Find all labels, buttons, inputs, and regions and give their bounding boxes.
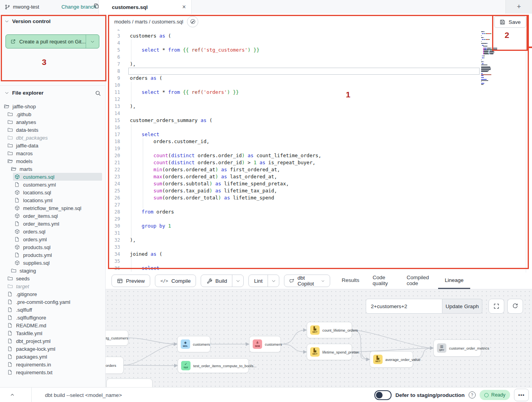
tree-item-metricflow-time-spine-sql[interactable]: metricflow_time_spine.sql bbox=[0, 204, 106, 212]
tree-item--github[interactable]: .github bbox=[0, 110, 106, 118]
lineage-node-lifetime-spend-pretax[interactable]: ▙METlifetime_spend_pretax bbox=[307, 344, 352, 360]
tree-item-analyses[interactable]: analyses bbox=[0, 118, 106, 126]
code-line-21[interactable]: 21 count(distinct orders.order_id) > 1 a… bbox=[106, 159, 481, 166]
code-line-33[interactable]: 33 bbox=[106, 244, 481, 251]
code-line-20[interactable]: 20 count(distinct orders.order_id) as co… bbox=[106, 152, 481, 159]
help-icon[interactable]: ? bbox=[469, 391, 476, 398]
code-line-31[interactable]: 31 bbox=[106, 230, 481, 237]
preview-button[interactable]: Preview bbox=[111, 275, 150, 287]
tree-item-staging[interactable]: staging bbox=[0, 267, 106, 275]
code-line-16[interactable]: 16 bbox=[106, 124, 481, 131]
tab-close-icon[interactable]: × bbox=[182, 4, 186, 10]
change-branch-link[interactable]: Change branch bbox=[61, 0, 96, 14]
lineage-node-partial[interactable] bbox=[106, 379, 153, 387]
tree-item-models[interactable]: models bbox=[0, 157, 106, 165]
dbt-copilot-button[interactable]: dbt Copilot bbox=[284, 275, 330, 287]
compile-button[interactable]: </> Compile bbox=[155, 275, 196, 287]
tree-item-orders-yml[interactable]: orders.yml bbox=[0, 235, 106, 243]
code-line-2[interactable]: 2 bbox=[106, 29, 481, 32]
build-button[interactable]: Build bbox=[201, 275, 244, 287]
code-line-12[interactable]: 12 bbox=[106, 96, 481, 103]
tab-compiled-code[interactable]: Compiled code bbox=[400, 273, 438, 289]
tree-item-jaffle-data[interactable]: jaffle-data bbox=[0, 142, 106, 149]
tree-item-supplies-sql[interactable]: supplies.sql bbox=[0, 259, 106, 267]
lint-button[interactable]: Lint bbox=[248, 275, 279, 287]
new-tab-button[interactable]: + bbox=[505, 0, 532, 14]
code-line-8[interactable]: 8 bbox=[106, 68, 481, 75]
create-pull-request-button[interactable]: Create a pull request on Git... bbox=[5, 34, 99, 48]
tree-item-customers-yml[interactable]: customers.yml bbox=[0, 181, 106, 188]
tree-item-taskfile-yml[interactable]: Taskfile.yml bbox=[0, 329, 106, 337]
code-line-14[interactable]: 14 bbox=[106, 110, 481, 117]
tree-item-packages-yml[interactable]: packages.yml bbox=[0, 353, 106, 361]
code-line-13[interactable]: 13), bbox=[106, 103, 481, 110]
minimap[interactable] bbox=[481, 30, 517, 85]
code-line-36[interactable]: 36 select bbox=[106, 265, 481, 272]
tree-item-jaffle-shop[interactable]: jaffle-shop bbox=[0, 102, 106, 110]
code-line-15[interactable]: 15customer_orders_summary as ( bbox=[106, 117, 481, 124]
pull-request-dropdown-caret[interactable] bbox=[86, 35, 99, 48]
code-line-3[interactable]: 3customers as ( bbox=[106, 32, 481, 39]
code-line-32[interactable]: 32), bbox=[106, 237, 481, 244]
tree-item-requirements-txt[interactable]: requirements.txt bbox=[0, 368, 106, 376]
code-line-7[interactable]: 7), bbox=[106, 61, 481, 68]
code-line-19[interactable]: 19 bbox=[106, 145, 481, 152]
code-line-9[interactable]: 9orders as ( bbox=[106, 75, 481, 82]
code-line-23[interactable]: 23 max(orders.ordered_at) as last_ordere… bbox=[106, 173, 481, 180]
tree-item-products-sql[interactable]: products.sql bbox=[0, 243, 106, 251]
update-graph-button[interactable]: Update Graph bbox=[442, 299, 482, 314]
editor-tab-customers-sql[interactable]: customers.sql × bbox=[99, 0, 192, 14]
code-line-5[interactable]: 5 select * from {{ ref('stg_customers') … bbox=[106, 47, 481, 54]
tree-item-readme-md[interactable]: README.md bbox=[0, 321, 106, 329]
tab-results[interactable]: Results bbox=[335, 273, 366, 289]
scrollbar-track[interactable] bbox=[526, 29, 526, 273]
tree-item-locations-yml[interactable]: locations.yml bbox=[0, 196, 106, 204]
more-options-button[interactable]: ••• bbox=[514, 389, 529, 401]
tree-item--sqlfluff[interactable]: .sqlfluff bbox=[0, 306, 106, 314]
code-line-35[interactable]: 35 bbox=[106, 258, 481, 265]
tree-item-orders-sql[interactable]: orders.sql bbox=[0, 228, 106, 235]
code-line-28[interactable]: 28 from orders bbox=[106, 208, 481, 215]
lineage-node-count-lifetime-orders[interactable]: ▙METcount_lifetime_orders bbox=[307, 322, 352, 338]
tree-item-dbt-project-yml[interactable]: dbt_project.yml bbox=[0, 337, 106, 345]
tab-code-quality[interactable]: Code quality bbox=[366, 273, 400, 289]
tree-item-macros[interactable]: macros bbox=[0, 149, 106, 157]
chevron-up-icon[interactable] bbox=[10, 392, 15, 397]
code-line-11[interactable]: 11 select * from {{ ref('orders') }} bbox=[106, 89, 481, 96]
tree-item--sqlfluffignore[interactable]: .sqlfluffignore bbox=[0, 314, 106, 321]
file-explorer-header[interactable]: File explorer bbox=[0, 85, 106, 99]
code-line-25[interactable]: 25 sum(orders.tax_paid) as lifetime_tax_… bbox=[106, 187, 481, 194]
tree-item-products-yml[interactable]: products.yml bbox=[0, 251, 106, 259]
code-line-24[interactable]: 24 sum(orders.subtotal) as lifetime_spen… bbox=[106, 180, 481, 187]
tree-item-package-lock-yml[interactable]: package-lock.yml bbox=[0, 345, 106, 353]
lineage-node-customers[interactable]: ⋔SEMcustomers bbox=[249, 336, 281, 352]
tree-item-dbt-packages[interactable]: dbt_packages bbox=[0, 134, 106, 142]
tab-lineage[interactable]: Lineage bbox=[438, 273, 470, 289]
code-line-4[interactable]: 4 bbox=[106, 39, 481, 47]
copilot-edit-icon[interactable] bbox=[187, 16, 198, 27]
tree-item-order-items-sql[interactable]: order_items.sql bbox=[0, 212, 106, 220]
tree-item-locations-sql[interactable]: locations.sql bbox=[0, 188, 106, 196]
code-line-26[interactable]: 26 sum(orders.order_total) as lifetime_s… bbox=[106, 194, 481, 201]
save-button[interactable]: Save bbox=[494, 16, 526, 28]
lineage-node-average-order-value[interactable]: ▙METaverage_order_value bbox=[370, 351, 413, 368]
tree-item-target[interactable]: target bbox=[0, 282, 106, 290]
tree-item-seeds[interactable]: seeds bbox=[0, 275, 106, 282]
code-line-34[interactable]: 34joined as ( bbox=[106, 251, 481, 258]
code-line-29[interactable]: 29 bbox=[106, 215, 481, 223]
defer-toggle[interactable] bbox=[374, 390, 392, 400]
code-line-10[interactable]: 10 bbox=[106, 82, 481, 89]
lineage-node-customers[interactable]: ◈MDLcustomers bbox=[177, 336, 210, 352]
search-icon[interactable] bbox=[95, 90, 101, 96]
code-line-6[interactable]: 6 bbox=[106, 54, 481, 61]
tree-item-marts[interactable]: marts bbox=[0, 165, 106, 173]
fullscreen-button[interactable] bbox=[489, 299, 504, 314]
tree-item--pre-commit-config-yaml[interactable]: .pre-commit-config.yaml bbox=[0, 298, 106, 306]
lineage-node-test-order-items-compute-to-bools-[interactable]: ✓TSTtest_order_items_compute_to_bools... bbox=[178, 358, 249, 373]
version-control-header[interactable]: Version control bbox=[0, 14, 105, 27]
code-line-18[interactable]: 18 orders.customer_id, bbox=[106, 138, 481, 145]
lineage-node-customer-order-metrics[interactable]: ▥QRYcustomer_order_metrics bbox=[433, 339, 481, 357]
code-editor[interactable]: 23customers as (45 select * from {{ ref(… bbox=[106, 29, 532, 273]
code-line-17[interactable]: 17 select bbox=[106, 131, 481, 138]
tree-item-requirements-in[interactable]: requirements.in bbox=[0, 361, 106, 368]
